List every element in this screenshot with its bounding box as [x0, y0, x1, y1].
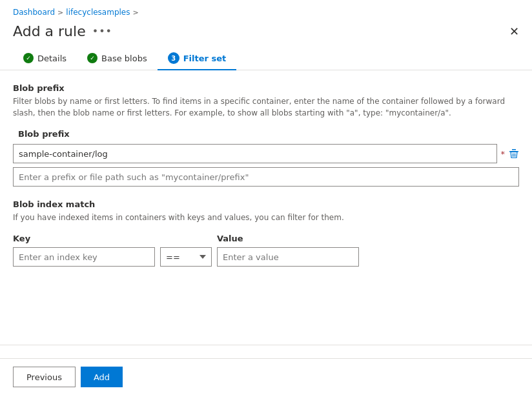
tab-filter-set-num: 3 [168, 52, 179, 64]
svg-rect-1 [512, 149, 516, 150]
index-columns-row: Key == != < > <= >= Value [13, 234, 519, 267]
tab-base-blobs[interactable]: ✓ Base blobs [77, 48, 158, 70]
breadcrumb-lifecyclesamples[interactable]: lifecyclesamples [66, 8, 130, 17]
header-left: Add a rule ••• [13, 23, 112, 39]
close-icon[interactable]: ✕ [509, 26, 519, 37]
blob-prefix-title: Blob prefix [13, 83, 519, 93]
key-column: Key [13, 234, 155, 267]
tab-details-check: ✓ [23, 53, 34, 63]
header: Add a rule ••• ✕ [0, 21, 532, 47]
operator-column: == != < > <= >= [160, 247, 212, 267]
main-content: Blob prefix Filter blobs by name or firs… [0, 70, 532, 345]
tabs: ✓ Details ✓ Base blobs 3 Filter set [0, 47, 532, 70]
value-input[interactable] [217, 247, 359, 267]
blob-index-section: Blob index match If you have indexed ite… [13, 199, 519, 267]
value-column-label: Value [217, 234, 359, 243]
key-input[interactable] [13, 247, 155, 267]
page-container: Dashboard > lifecyclesamples > Add a rul… [0, 0, 532, 395]
delete-prefix-icon[interactable] [509, 148, 519, 159]
prefix-input-1[interactable] [13, 144, 497, 163]
page-title: Add a rule [13, 23, 86, 39]
blob-index-title: Blob index match [13, 199, 519, 209]
previous-button[interactable]: Previous [13, 367, 76, 387]
tab-base-blobs-check: ✓ [87, 53, 97, 63]
tab-filter-set[interactable]: 3 Filter set [158, 47, 237, 70]
prefix-input-2[interactable] [13, 167, 519, 187]
blob-index-desc: If you have indexed items in containers … [13, 212, 519, 223]
breadcrumb: Dashboard > lifecyclesamples > [0, 0, 532, 21]
value-column: Value [217, 234, 359, 267]
blob-prefix-section: Blob prefix Filter blobs by name or firs… [13, 83, 519, 187]
tab-details[interactable]: ✓ Details [13, 48, 77, 70]
tab-base-blobs-label: Base blobs [101, 54, 147, 63]
tab-details-label: Details [37, 54, 66, 63]
breadcrumb-dashboard[interactable]: Dashboard [13, 8, 55, 17]
breadcrumb-sep-2: > [133, 8, 139, 17]
prefix-row-1: * [13, 144, 519, 163]
prefix-row-2 [13, 167, 519, 187]
footer-divider [0, 345, 532, 345]
prefix-required-indicator: * [501, 149, 506, 159]
blob-prefix-desc: Filter blobs by name or first letters. T… [13, 96, 519, 119]
key-column-label: Key [13, 234, 155, 243]
breadcrumb-sep-1: > [57, 8, 63, 17]
footer: Previous Add [0, 358, 532, 395]
blob-prefix-field-label: Blob prefix [18, 129, 519, 139]
add-button[interactable]: Add [81, 367, 123, 387]
tab-filter-set-label: Filter set [183, 54, 227, 63]
more-options-icon[interactable]: ••• [92, 25, 112, 37]
operator-select[interactable]: == != < > <= >= [160, 247, 212, 267]
